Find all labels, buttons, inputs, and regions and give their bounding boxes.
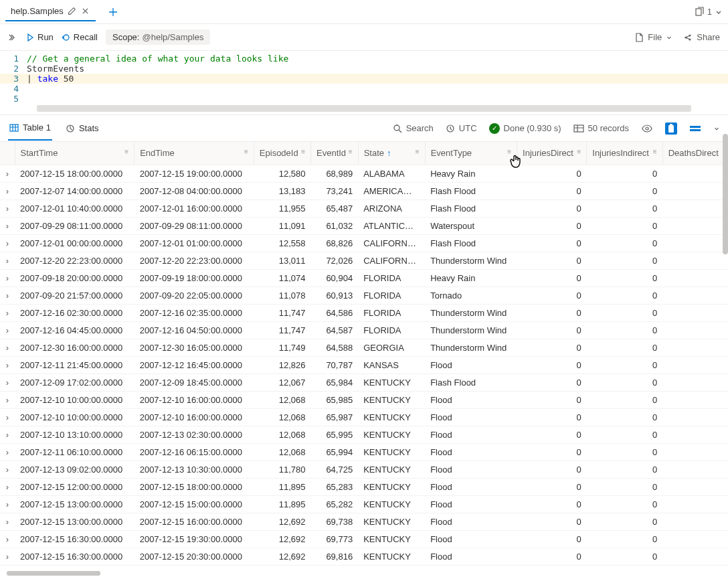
- expand-row-icon[interactable]: ›: [0, 461, 15, 478]
- expand-row-icon[interactable]: ›: [0, 182, 15, 199]
- column-header-endtime[interactable]: EndTime≡: [134, 142, 254, 165]
- cell-deathsdirect: [662, 356, 727, 374]
- utc-button[interactable]: UTC: [446, 123, 477, 133]
- column-header-episodeid[interactable]: EpisodeId≡: [254, 142, 310, 165]
- expand-row-icon[interactable]: ›: [0, 199, 15, 217]
- cell-starttime: 2007-12-01 10:40:00.0000: [15, 199, 134, 217]
- table-row[interactable]: ›2007-12-15 16:30:00.00002007-12-15 19:3…: [0, 530, 728, 548]
- expand-row-icon[interactable]: ›: [0, 321, 15, 339]
- table-row[interactable]: ›2007-09-29 08:11:00.00002007-09-29 08:1…: [0, 217, 728, 234]
- table-row[interactable]: ›2007-12-15 13:00:00.00002007-12-15 15:0…: [0, 495, 728, 513]
- search-button[interactable]: Search: [393, 123, 434, 133]
- editor-line-content[interactable]: StormEvents: [27, 64, 728, 74]
- expand-row-icon[interactable]: ›: [0, 530, 15, 548]
- expand-row-icon[interactable]: ›: [0, 513, 15, 530]
- table-row[interactable]: ›2007-12-07 14:00:00.00002007-12-08 04:0…: [0, 182, 728, 199]
- table-row[interactable]: ›2007-12-15 12:00:00.00002007-12-15 18:0…: [0, 478, 728, 495]
- expand-row-icon[interactable]: ›: [0, 165, 15, 182]
- expand-row-icon[interactable]: ›: [0, 374, 15, 391]
- copy-icon[interactable]: [694, 7, 705, 17]
- expand-row-icon[interactable]: ›: [0, 304, 15, 321]
- cell-injuriesindirect: 0: [587, 182, 662, 199]
- editor-line-content[interactable]: | take 50: [27, 74, 728, 84]
- expand-row-icon[interactable]: ›: [0, 269, 15, 286]
- edit-icon[interactable]: [68, 7, 77, 16]
- table-row[interactable]: ›2007-12-15 16:30:00.00002007-12-15 20:3…: [0, 565, 728, 566]
- expand-row-icon[interactable]: ›: [0, 286, 15, 304]
- editor-line-content[interactable]: [27, 94, 728, 104]
- expand-row-icon[interactable]: ›: [0, 234, 15, 252]
- recall-button[interactable]: Recall: [62, 32, 98, 42]
- table-row[interactable]: ›2007-12-16 04:45:00.00002007-12-16 04:5…: [0, 321, 728, 339]
- table-row[interactable]: ›2007-12-11 21:45:00.00002007-12-12 16:4…: [0, 356, 728, 374]
- column-header-deathsdirect[interactable]: DeathsDirect: [662, 142, 727, 165]
- cell-injuriesindirect: 0: [587, 356, 662, 374]
- expand-row-icon[interactable]: ›: [0, 478, 15, 495]
- horizontal-scrollbar[interactable]: [7, 571, 100, 576]
- table-row[interactable]: ›2007-12-09 17:02:00.00002007-12-09 18:4…: [0, 374, 728, 391]
- expand-row-icon[interactable]: ›: [0, 217, 15, 234]
- vertical-scrollbar[interactable]: [723, 134, 728, 402]
- editor-scrollbar[interactable]: [37, 105, 691, 112]
- cell-starttime: 2007-12-15 12:00:00.0000: [15, 478, 134, 495]
- add-tab-button[interactable]: [104, 3, 122, 21]
- column-header-injuriesdirect[interactable]: InjuriesDirect≡: [517, 142, 587, 165]
- query-editor[interactable]: 1// Get a general idea of what your data…: [0, 51, 728, 115]
- table-row[interactable]: ›2007-12-16 02:30:00.00002007-12-16 02:3…: [0, 304, 728, 321]
- column-header-eventid[interactable]: EventId≡: [311, 142, 359, 165]
- results-table-container[interactable]: StartTime≡EndTime≡EpisodeId≡EventId≡Stat…: [0, 142, 728, 566]
- chevron-down-icon[interactable]: [713, 125, 720, 132]
- editor-line-content[interactable]: // Get a general idea of what your data …: [27, 54, 728, 64]
- cell-injuriesdirect: 0: [517, 478, 587, 495]
- table-row[interactable]: ›2007-12-01 00:00:00.00002007-12-01 01:0…: [0, 234, 728, 252]
- close-icon[interactable]: [81, 7, 90, 16]
- expand-row-icon[interactable]: ›: [0, 391, 15, 408]
- cell-state: KENTUCKY: [358, 391, 425, 408]
- table-row[interactable]: ›2007-12-15 13:00:00.00002007-12-15 16:0…: [0, 513, 728, 530]
- table-row[interactable]: ›2007-12-10 10:00:00.00002007-12-10 16:0…: [0, 408, 728, 426]
- table-row[interactable]: ›2007-09-18 20:00:00.00002007-09-19 18:0…: [0, 269, 728, 286]
- expand-row-icon[interactable]: ›: [0, 252, 15, 269]
- file-button[interactable]: File: [634, 32, 672, 42]
- run-button[interactable]: Run: [25, 32, 54, 42]
- column-header-state[interactable]: State↑≡: [358, 142, 425, 165]
- expand-row-icon[interactable]: ›: [0, 339, 15, 356]
- column-header-injuriesindirect[interactable]: InjuriesIndirect≡: [587, 142, 662, 165]
- cell-injuriesdirect: 0: [517, 321, 587, 339]
- cell-deathsdirect: [662, 252, 727, 269]
- table-tab[interactable]: Table 1: [8, 116, 52, 141]
- expand-row-icon[interactable]: ›: [0, 426, 15, 443]
- table-tab-label: Table 1: [23, 122, 51, 133]
- stats-tab[interactable]: Stats: [64, 116, 100, 140]
- expand-icon[interactable]: [8, 33, 17, 42]
- cell-endtime: 2007-12-16 06:15:00.0000: [134, 443, 254, 461]
- table-row[interactable]: ›2007-09-20 21:57:00.00002007-09-20 22:0…: [0, 286, 728, 304]
- expand-row-icon[interactable]: ›: [0, 443, 15, 461]
- expand-row-icon[interactable]: ›: [0, 548, 15, 565]
- table-row[interactable]: ›2007-12-15 16:30:00.00002007-12-15 20:3…: [0, 548, 728, 565]
- table-row[interactable]: ›2007-12-01 10:40:00.00002007-12-01 16:0…: [0, 199, 728, 217]
- table-row[interactable]: ›2007-12-30 16:00:00.00002007-12-30 16:0…: [0, 339, 728, 356]
- table-row[interactable]: ›2007-12-10 10:00:00.00002007-12-10 16:0…: [0, 391, 728, 408]
- table-row[interactable]: ›2007-12-20 22:23:00.00002007-12-20 22:2…: [0, 252, 728, 269]
- clipboard-icon[interactable]: [665, 122, 677, 135]
- expand-row-icon[interactable]: ›: [0, 565, 15, 566]
- share-button[interactable]: Share: [683, 32, 720, 42]
- table-row[interactable]: ›2007-12-10 13:10:00.00002007-12-13 02:3…: [0, 426, 728, 443]
- cell-eventid: 64,588: [311, 339, 359, 356]
- layout-icon[interactable]: [689, 122, 701, 135]
- column-header-eventtype[interactable]: EventType≡: [425, 142, 517, 165]
- editor-line-content[interactable]: [27, 84, 728, 94]
- table-row[interactable]: ›2007-12-13 09:02:00.00002007-12-13 10:3…: [0, 461, 728, 478]
- column-header-starttime[interactable]: StartTime≡: [15, 142, 134, 165]
- eye-icon[interactable]: [641, 122, 653, 135]
- tab-active[interactable]: help.Samples: [5, 2, 96, 21]
- chevron-down-icon[interactable]: [715, 8, 723, 16]
- expand-row-icon[interactable]: ›: [0, 408, 15, 426]
- scope-selector[interactable]: Scope: @help/Samples: [106, 29, 210, 45]
- expand-row-icon[interactable]: ›: [0, 495, 15, 513]
- table-row[interactable]: ›2007-12-15 18:00:00.00002007-12-15 19:0…: [0, 165, 728, 182]
- tab-bar-right: 1: [694, 7, 723, 17]
- table-row[interactable]: ›2007-12-11 06:10:00.00002007-12-16 06:1…: [0, 443, 728, 461]
- expand-row-icon[interactable]: ›: [0, 356, 15, 374]
